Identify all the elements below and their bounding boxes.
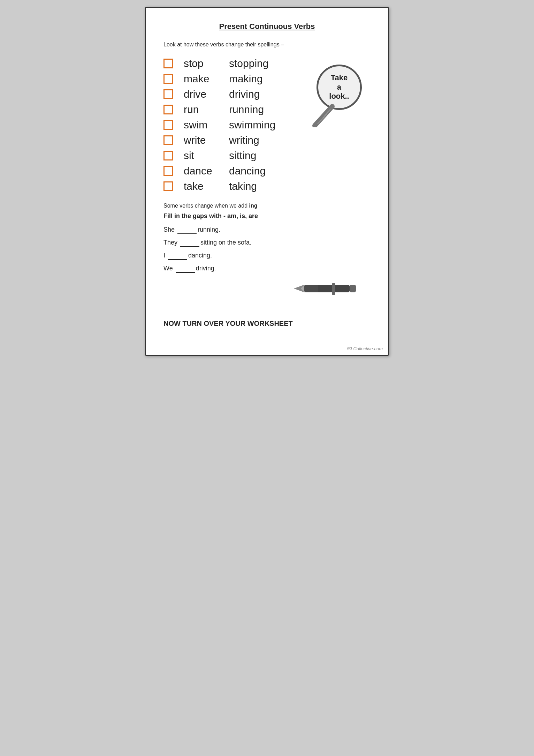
verb-list: Takealook.. stopstoppingmakemakingdrived…	[163, 58, 371, 192]
watermark: iSLCollective.com	[347, 346, 383, 351]
fill-instruction: Fill in the gaps with - am, is, are	[163, 212, 371, 220]
sentence-line: We driving.	[163, 265, 371, 273]
verb-checkbox[interactable]	[163, 135, 173, 145]
sentence-line: I dancing.	[163, 252, 371, 260]
take-a-look-graphic: Takealook..	[311, 65, 374, 127]
section-note: Some verbs change when we add ing	[163, 203, 371, 209]
sentence-line: She running.	[163, 226, 371, 234]
ing-verb: taking	[229, 180, 285, 192]
verb-checkbox[interactable]	[163, 181, 173, 191]
pen-graphic	[290, 278, 360, 302]
magnifier: Takealook..	[311, 65, 374, 127]
base-verb: sit	[184, 150, 229, 162]
base-verb: drive	[184, 88, 229, 100]
ing-verb: running	[229, 104, 285, 115]
svg-line-0	[315, 106, 332, 126]
base-verb: write	[184, 134, 229, 146]
pen-area	[163, 278, 371, 306]
sentence-blank[interactable]	[176, 265, 195, 273]
ing-verb: dancing	[229, 165, 285, 177]
verb-row: writewriting	[163, 134, 371, 146]
sentences-container: She running.They sitting on the sofa.I d…	[163, 226, 371, 273]
magnifier-handle-svg	[311, 99, 374, 127]
sentence-blank[interactable]	[168, 252, 187, 260]
ing-verb: swimming	[229, 119, 285, 131]
verb-checkbox[interactable]	[163, 166, 173, 176]
svg-rect-11	[304, 285, 318, 292]
ing-verb: stopping	[229, 58, 285, 69]
verb-checkbox[interactable]	[163, 89, 173, 99]
svg-rect-7	[332, 283, 335, 295]
verb-row: taketaking	[163, 180, 371, 192]
svg-rect-10	[350, 285, 356, 292]
base-verb: take	[184, 180, 229, 192]
base-verb: stop	[184, 58, 229, 69]
instruction-text: Look at how these verbs change their spe…	[163, 42, 371, 48]
sentence-line: They sitting on the sofa.	[163, 239, 371, 247]
ing-verb: sitting	[229, 150, 285, 162]
ing-verb: writing	[229, 134, 285, 146]
ing-verb: driving	[229, 88, 285, 100]
verb-row: sitsitting	[163, 150, 371, 162]
sentence-blank[interactable]	[180, 239, 199, 247]
verb-checkbox[interactable]	[163, 151, 173, 160]
sentence-blank[interactable]	[177, 226, 197, 234]
base-verb: make	[184, 73, 229, 85]
base-verb: run	[184, 104, 229, 115]
worksheet-page: Present Continuous Verbs Look at how the…	[145, 7, 389, 356]
verb-row: dancedancing	[163, 165, 371, 177]
ing-verb: making	[229, 73, 285, 85]
bottom-instruction: NOW TURN OVER YOUR WORKSHEET	[163, 320, 371, 328]
page-title: Present Continuous Verbs	[163, 22, 371, 31]
verb-checkbox[interactable]	[163, 59, 173, 68]
verb-checkbox[interactable]	[163, 74, 173, 84]
verb-checkbox[interactable]	[163, 105, 173, 114]
base-verb: dance	[184, 165, 229, 177]
verb-checkbox[interactable]	[163, 120, 173, 130]
base-verb: swim	[184, 119, 229, 131]
